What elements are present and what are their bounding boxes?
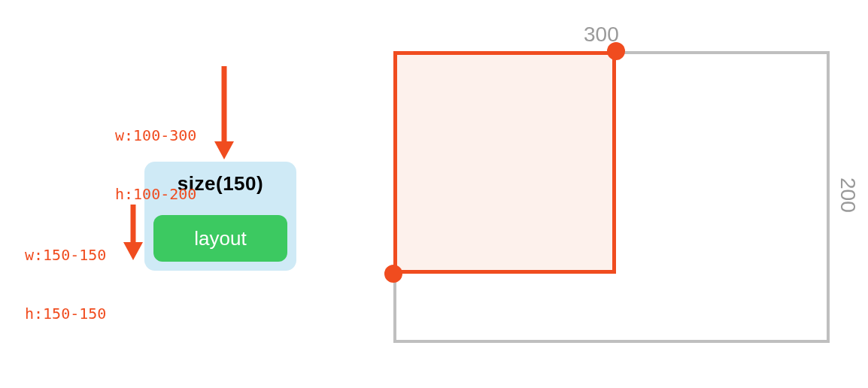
layout-button-label: layout — [194, 227, 246, 250]
outgoing-constraint-height: h:150-150 — [25, 304, 106, 323]
incoming-constraint-width: w:100-300 — [115, 126, 196, 145]
outgoing-constraints-label: w:150-150 h:150-150 — [25, 206, 106, 343]
incoming-constraint-height: h:100-200 — [115, 184, 196, 204]
outgoing-constraint-width: w:150-150 — [25, 245, 106, 265]
inner-size-box — [393, 51, 616, 274]
arrow-down-incoming-icon — [213, 66, 235, 162]
arrow-down-outgoing-icon — [122, 205, 144, 263]
svg-marker-1 — [214, 141, 234, 159]
svg-marker-3 — [123, 242, 143, 260]
handle-bottom-left-icon — [384, 265, 402, 283]
dimension-right-label: 200 — [836, 177, 860, 213]
dimension-top-label: 300 — [584, 23, 619, 47]
incoming-constraints-label: w:100-300 h:100-200 — [115, 86, 196, 223]
